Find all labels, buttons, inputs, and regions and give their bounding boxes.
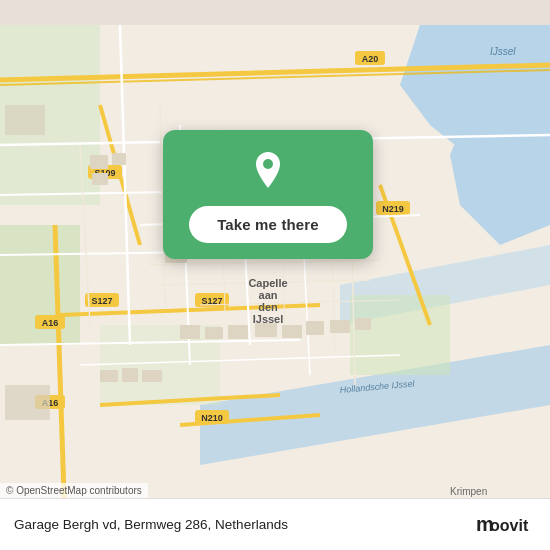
moovit-logo: m oovit [476,509,536,541]
location-pin-icon [246,148,290,192]
svg-text:aan: aan [259,289,278,301]
svg-rect-29 [112,153,126,165]
svg-rect-50 [5,105,45,135]
svg-rect-3 [350,295,450,375]
svg-text:IJssel: IJssel [490,46,516,57]
map-container: A20 A16 A16 S109 S127 S127 N219 N210 [0,0,550,550]
moovit-m-logo: m oovit [476,509,536,541]
moovit-svg: m oovit [476,509,536,537]
bottom-bar: Garage Bergh vd, Bermweg 286, Netherland… [0,498,550,550]
svg-text:Krimpen: Krimpen [450,486,487,497]
svg-rect-46 [355,318,371,330]
svg-rect-51 [5,385,50,420]
svg-text:N219: N219 [382,204,404,214]
copyright-bar: © OpenStreetMap contributors [0,483,148,498]
svg-text:A16: A16 [42,318,59,328]
navigation-card: Take me there [163,130,373,259]
svg-rect-41 [228,325,248,339]
svg-text:N210: N210 [201,413,223,423]
svg-text:A20: A20 [362,54,379,64]
svg-text:den: den [258,301,278,313]
svg-rect-48 [122,368,138,382]
copyright-text: © OpenStreetMap contributors [6,485,142,496]
svg-text:Capelle: Capelle [248,277,287,289]
svg-text:S127: S127 [91,296,112,306]
take-me-there-button[interactable]: Take me there [189,206,347,243]
svg-rect-40 [205,327,223,339]
svg-rect-42 [255,323,277,337]
address-label: Garage Bergh vd, Bermweg 286, Netherland… [14,517,288,532]
svg-rect-39 [180,325,200,339]
map-background: A20 A16 A16 S109 S127 S127 N219 N210 [0,0,550,550]
svg-rect-30 [92,173,108,185]
svg-rect-47 [100,370,118,382]
svg-point-52 [263,159,273,169]
svg-rect-4 [100,325,220,405]
svg-rect-49 [142,370,162,382]
svg-rect-44 [306,321,324,335]
svg-text:oovit: oovit [490,517,529,534]
svg-rect-45 [330,320,350,333]
svg-rect-43 [282,325,302,338]
svg-rect-28 [90,155,108,169]
